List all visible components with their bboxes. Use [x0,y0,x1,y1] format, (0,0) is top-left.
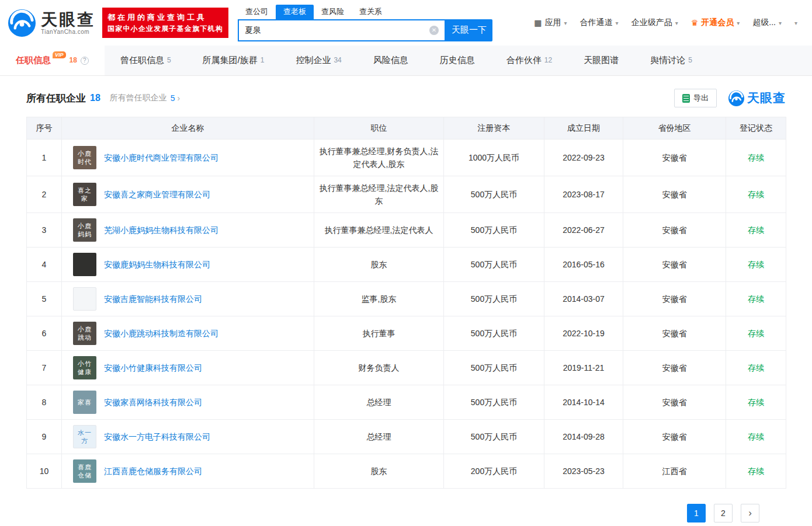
chevron-down-icon: ▾ [616,20,619,26]
company-link[interactable]: 安徽吉鹿智能科技有限公司 [104,292,202,305]
section-tab-controlled-companies[interactable]: 控制企业34 [280,46,357,75]
cell-region: 安徽省 [623,316,726,351]
table-header-row: 序号企业名称职位注册资本成立日期省份地区登记状态 [27,117,786,140]
tab-count: 18 [70,56,77,64]
table-row: 7小竹健康安徽小竹健康科技有限公司财务负责人500万人民币2019-11-21安… [27,351,786,385]
section-tab-graph[interactable]: 天眼图谱 [568,46,634,75]
tianyancha-logo[interactable]: 天眼查 TianYanCha.com [8,9,95,37]
status-badge: 存续 [748,260,764,269]
company-link[interactable]: 安徽小鹿跳动科技制造有限公司 [104,327,218,340]
cell-index: 1 [27,140,62,176]
cell-status: 存续 [726,385,786,420]
next-page-button[interactable]: › [741,504,759,522]
company-link[interactable]: 芜湖小鹿妈妈生物科技有限公司 [104,224,218,236]
company-logo: 喜之家 [73,183,96,206]
cell-position: 总经理 [314,420,444,454]
nav-item-super[interactable]: 超级...▾ [746,18,788,28]
nav-item-enterprise-products[interactable]: 企业级产品▾ [625,18,685,28]
cell-region: 江西省 [623,454,726,489]
nav-item-cooperation[interactable]: 合作通道▾ [574,18,625,28]
company-link[interactable]: 安徽喜之家商业管理有限公司 [104,188,210,201]
former-companies-link[interactable]: 所有曾任职企业 5 › [110,93,180,103]
table-row: 4安徽鹿妈妈生物科技有限公司股东500万人民币2016-05-16安徽省存续 [27,248,786,282]
nav-item-apps[interactable]: ▦应用▾ [528,18,573,28]
company-link[interactable]: 安徽水一方电子科技有限公司 [104,430,210,443]
column-header: 注册资本 [444,117,544,140]
cell-capital: 500万人民币 [444,316,544,351]
table-row: 5安徽吉鹿智能科技有限公司监事,股东500万人民币2014-03-07安徽省存续 [27,282,786,316]
company-link[interactable]: 安徽家喜网络科技有限公司 [104,396,202,409]
table-row: 6小鹿跳动安徽小鹿跳动科技制造有限公司执行董事500万人民币2022-10-19… [27,316,786,351]
watermark-text: 天眼查 [747,90,786,106]
export-button[interactable]: 导出 [674,89,717,107]
logo-subtitle: TianYanCha.com [41,29,95,35]
company-logo: 小鹿时代 [73,146,96,169]
slogan-line2: 国家中小企业发展子基金旗下机构 [107,23,223,34]
page-button-1[interactable]: 1 [687,504,706,522]
nav-item-membership[interactable]: ♛开通会员▾ [685,18,747,28]
grid-icon: ▦ [534,18,542,27]
table-row: 9水一方安徽水一方电子科技有限公司总经理500万人民币2014-09-28安徽省… [27,420,786,454]
search-tab-relation[interactable]: 查关系 [352,5,390,19]
column-header: 登记状态 [726,117,786,140]
company-link[interactable]: 安徽小竹健康科技有限公司 [104,361,202,374]
tab-count: 34 [334,56,341,64]
cell-date: 2016-05-16 [544,248,623,282]
cell-date: 2014-09-28 [544,420,623,454]
slogan-line1: 都在用的商业查询工具 [107,12,223,23]
tab-count: 5 [688,56,692,64]
cell-status: 存续 [726,351,786,385]
cell-company: 水一方安徽水一方电子科技有限公司 [62,420,314,454]
status-badge: 存续 [748,432,764,441]
cell-capital: 500万人民币 [444,420,544,454]
search-tab-boss[interactable]: 查老板 [276,5,314,19]
search-tabs: 查公司查老板查风险查关系 [238,5,492,19]
company-link[interactable]: 安徽小鹿时代商业管理有限公司 [104,151,218,164]
search-tab-company[interactable]: 查公司 [238,5,276,19]
company-link[interactable]: 江西喜鹿仓储服务有限公司 [104,465,202,478]
cell-position: 执行董事兼总经理,法定代表人 [314,213,444,248]
company-logo [73,287,96,311]
status-badge: 存续 [748,294,764,304]
section-tab-positions[interactable]: 任职信息VIP18? [0,46,105,75]
cell-date: 2014-10-14 [544,385,623,420]
search-input[interactable] [245,26,429,35]
column-header: 成立日期 [544,117,623,140]
cell-status: 存续 [726,176,786,213]
section-tab-group[interactable]: 所属集团/族群1 [187,46,280,75]
cell-status: 存续 [726,282,786,316]
section-tab-partners[interactable]: 合作伙伴12 [491,46,568,75]
status-badge: 存续 [748,190,764,199]
cell-index: 9 [27,420,62,454]
cell-index: 8 [27,385,62,420]
tab-count: 5 [167,56,171,64]
cell-index: 3 [27,213,62,248]
cell-date: 2019-11-21 [544,351,623,385]
section-tab-opinions[interactable]: 舆情讨论5 [634,46,708,75]
cell-region: 安徽省 [623,385,726,420]
cell-index: 6 [27,316,62,351]
company-logo: 喜鹿仓储 [73,459,96,483]
section-tab-former-positions[interactable]: 曾任职信息5 [105,46,187,75]
cell-company: 喜鹿仓储江西喜鹿仓储服务有限公司 [62,454,314,489]
cell-index: 2 [27,176,62,213]
help-icon[interactable]: ? [81,57,89,65]
company-link[interactable]: 安徽鹿妈妈生物科技有限公司 [104,258,210,271]
cell-company: 小鹿妈妈芜湖小鹿妈妈生物科技有限公司 [62,213,314,248]
page-button-2[interactable]: 2 [714,504,733,522]
chevron-down-icon: ▾ [737,20,740,26]
search-button[interactable]: 天眼一下 [446,19,492,41]
clear-icon[interactable]: ✕ [429,26,439,35]
cell-capital: 500万人民币 [444,176,544,213]
cell-position: 监事,股东 [314,282,444,316]
section-tab-risk-info[interactable]: 风险信息 [358,46,424,75]
cell-capital: 500万人民币 [444,213,544,248]
cell-region: 安徽省 [623,248,726,282]
section-tab-history-info[interactable]: 历史信息 [424,46,491,75]
search-tab-risk[interactable]: 查风险 [314,5,352,19]
export-label: 导出 [693,93,709,103]
cell-position: 股东 [314,248,444,282]
logo-title: 天眼查 [41,11,95,29]
company-logo: 小鹿妈妈 [73,218,96,242]
nav-item-more[interactable]: ▾ [788,20,804,26]
